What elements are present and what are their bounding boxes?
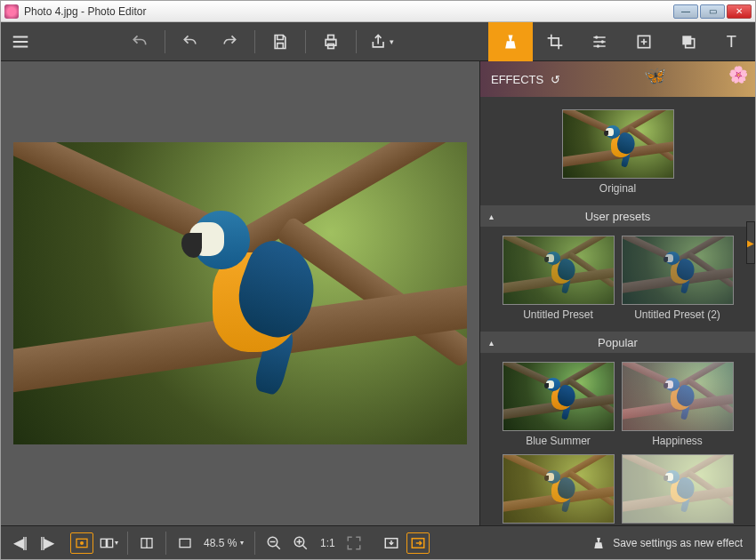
preset-thumb[interactable]: Blue Summer xyxy=(503,362,615,447)
svg-line-18 xyxy=(277,545,281,549)
main-photo xyxy=(13,142,467,444)
app-icon xyxy=(4,4,19,19)
window-title: Photo 4.jpg - Photo Editor xyxy=(24,5,672,18)
zoom-actual-button[interactable]: 1:1 xyxy=(314,526,341,560)
save-as-effect-label: Save settings as new effect xyxy=(613,537,743,549)
fit-screen-button[interactable] xyxy=(172,526,198,560)
svg-text:T: T xyxy=(727,32,736,51)
sidepanel-toggle[interactable]: ▶ xyxy=(746,221,755,264)
svg-rect-7 xyxy=(682,36,691,44)
view-split-button[interactable] xyxy=(133,526,160,560)
zoom-fit-button[interactable] xyxy=(341,526,367,560)
view-single-button[interactable] xyxy=(70,532,93,554)
preset-thumb[interactable] xyxy=(622,454,734,525)
minimize-button[interactable]: — xyxy=(673,4,698,19)
svg-point-11 xyxy=(80,541,84,545)
prev-image-button[interactable]: ◀|| xyxy=(6,526,33,560)
top-toolbar: ▾ T xyxy=(1,22,755,61)
tab-crop[interactable] xyxy=(533,22,577,61)
tab-retouch[interactable] xyxy=(622,22,666,61)
effects-panel-body[interactable]: Original ▴User presetsUntitled PresetUnt… xyxy=(480,97,755,525)
export-button[interactable] xyxy=(406,532,430,554)
effects-header-label: EFFECTS xyxy=(491,73,543,86)
share-button[interactable]: ▾ xyxy=(362,22,401,61)
preset-thumb[interactable]: Untitled Preset xyxy=(503,236,615,321)
svg-rect-13 xyxy=(108,539,113,547)
undo-history-button[interactable] xyxy=(120,22,159,61)
section-header[interactable]: ▴Popular xyxy=(480,332,755,353)
zoom-in-button[interactable] xyxy=(287,526,314,560)
svg-rect-1 xyxy=(328,35,334,39)
svg-rect-12 xyxy=(101,539,106,547)
close-button[interactable]: ✕ xyxy=(727,4,752,19)
titlebar[interactable]: Photo 4.jpg - Photo Editor — ▭ ✕ xyxy=(1,1,755,22)
bottom-toolbar: ◀|| ||▶ ▾ 48.5 %▾ xyxy=(1,525,755,559)
svg-rect-16 xyxy=(180,539,190,547)
preset-thumb[interactable]: Untitled Preset (2) xyxy=(622,236,734,321)
undo-button[interactable] xyxy=(171,22,210,61)
tab-layers[interactable] xyxy=(666,22,711,61)
svg-line-21 xyxy=(303,545,308,549)
section-header[interactable]: ▴User presets xyxy=(480,205,755,227)
svg-point-4 xyxy=(601,40,604,43)
redo-button[interactable] xyxy=(210,22,249,61)
tab-effects[interactable] xyxy=(488,22,533,61)
preset-label: Untitled Preset (2) xyxy=(622,308,734,321)
zoom-value[interactable]: 48.5 %▾ xyxy=(198,537,249,549)
mode-tabs: T xyxy=(488,22,755,61)
svg-point-5 xyxy=(597,44,599,47)
app-window: Photo 4.jpg - Photo Editor — ▭ ✕ xyxy=(0,0,756,560)
next-image-button[interactable]: ||▶ xyxy=(33,526,60,560)
zoom-out-button[interactable] xyxy=(261,526,287,560)
effects-sidepanel: EFFECTS ↺ 🦋 🌸 Original ▴User presetsUnti… xyxy=(479,61,755,525)
save-as-effect-button[interactable]: Save settings as new effect xyxy=(591,536,755,550)
menu-button[interactable] xyxy=(1,22,40,61)
tab-text[interactable]: T xyxy=(711,22,755,61)
svg-point-3 xyxy=(595,36,598,38)
section-title: User presets xyxy=(585,210,651,223)
collapse-icon: ▴ xyxy=(489,338,494,348)
save-button[interactable] xyxy=(261,22,300,61)
collapse-icon: ▴ xyxy=(489,212,494,221)
preset-thumb[interactable]: Happiness xyxy=(622,362,734,447)
preset-label: Happiness xyxy=(622,435,734,447)
effects-header: EFFECTS ↺ 🦋 🌸 xyxy=(480,61,755,97)
section-title: Popular xyxy=(598,336,638,349)
preset-original-label: Original xyxy=(562,182,674,195)
tab-adjust[interactable] xyxy=(577,22,622,61)
maximize-button[interactable]: ▭ xyxy=(700,4,725,19)
preset-thumb[interactable] xyxy=(503,454,615,525)
preset-original[interactable]: Original xyxy=(562,109,674,195)
effects-reset-icon[interactable]: ↺ xyxy=(551,73,560,86)
print-button[interactable] xyxy=(311,22,350,61)
view-compare-button[interactable]: ▾ xyxy=(95,526,122,560)
import-button[interactable] xyxy=(378,526,405,560)
butterfly-decor: 🦋 xyxy=(644,65,666,86)
preset-label: Blue Summer xyxy=(503,435,615,447)
flowers-decor: 🌸 xyxy=(728,65,748,84)
preset-label: Untitled Preset xyxy=(503,308,615,321)
canvas-area[interactable] xyxy=(1,61,479,525)
